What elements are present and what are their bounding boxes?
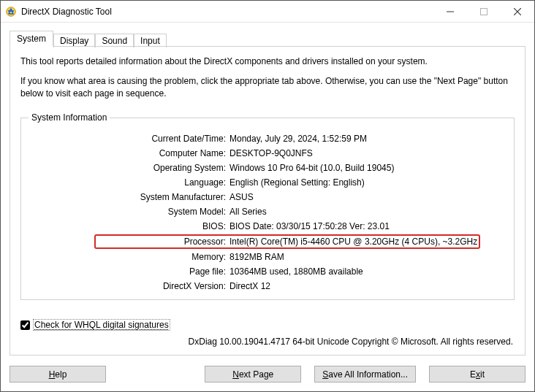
label-memory: Memory: xyxy=(29,252,229,262)
row-manufacturer: System Manufacturer: ASUS xyxy=(29,190,506,204)
intro-text-1: This tool reports detailed information a… xyxy=(20,55,515,68)
next-page-button[interactable]: Next Page xyxy=(205,366,301,383)
client-area: System Display Sound Input This tool rep… xyxy=(1,23,534,391)
tab-system[interactable]: System xyxy=(10,31,53,47)
value-language: English (Regional Setting: English) xyxy=(229,177,506,188)
tab-strip: System Display Sound Input xyxy=(10,30,525,46)
window: DirectX Diagnostic Tool System Display S… xyxy=(0,0,535,392)
row-os: Operating System: Windows 10 Pro 64-bit … xyxy=(29,161,506,175)
value-processor: Intel(R) Core(TM) i5-4460 CPU @ 3.20GHz … xyxy=(229,237,479,247)
value-datetime: Monday, July 29, 2024, 1:52:59 PM xyxy=(229,134,506,144)
value-manufacturer: ASUS xyxy=(229,192,506,202)
window-title: DirectX Diagnostic Tool xyxy=(21,7,112,17)
maximize-button[interactable] xyxy=(467,1,501,23)
label-pagefile: Page file: xyxy=(29,266,229,277)
label-model: System Model: xyxy=(29,207,229,217)
row-datetime: Current Date/Time: Monday, July 29, 2024… xyxy=(29,131,506,146)
row-pagefile: Page file: 10364MB used, 1880MB availabl… xyxy=(29,264,506,279)
exit-button[interactable]: Exit xyxy=(429,366,525,383)
titlebar: DirectX Diagnostic Tool xyxy=(1,1,534,23)
row-memory: Memory: 8192MB RAM xyxy=(29,250,506,264)
app-icon xyxy=(5,6,17,18)
close-button[interactable] xyxy=(501,1,534,23)
label-bios: BIOS: xyxy=(29,221,229,231)
row-bios: BIOS: BIOS Date: 03/30/15 17:50:28 Ver: … xyxy=(29,219,506,234)
value-pagefile: 10364MB used, 1880MB available xyxy=(229,266,506,277)
row-directx: DirectX Version: DirectX 12 xyxy=(29,279,506,293)
svg-rect-1 xyxy=(481,8,487,15)
whql-row: Check for WHQL digital signatures xyxy=(20,319,515,331)
label-directx: DirectX Version: xyxy=(29,281,229,291)
label-datetime: Current Date/Time: xyxy=(29,134,229,144)
whql-checkbox[interactable] xyxy=(20,320,30,330)
system-information-legend: System Information xyxy=(29,112,110,123)
value-memory: 8192MB RAM xyxy=(229,252,506,262)
label-processor: Processor: xyxy=(96,237,229,247)
label-manufacturer: System Manufacturer: xyxy=(29,192,229,202)
value-directx: DirectX 12 xyxy=(229,281,506,291)
label-computer-name: Computer Name: xyxy=(29,148,229,158)
tab-page-system: This tool reports detailed information a… xyxy=(10,46,525,356)
button-row: Help Next Page Save All Information... E… xyxy=(10,366,525,383)
value-os: Windows 10 Pro 64-bit (10.0, Build 19045… xyxy=(229,163,506,173)
value-bios: BIOS Date: 03/30/15 17:50:28 Ver: 23.01 xyxy=(229,221,506,231)
row-computer-name: Computer Name: DESKTOP-9Q0JNFS xyxy=(29,146,506,161)
label-os: Operating System: xyxy=(29,163,229,173)
row-language: Language: English (Regional Setting: Eng… xyxy=(29,175,506,190)
minimize-button[interactable] xyxy=(433,1,467,23)
whql-label[interactable]: Check for WHQL digital signatures xyxy=(33,319,170,331)
copyright-text: DxDiag 10.00.19041.4717 64-bit Unicode C… xyxy=(20,337,515,347)
value-model: All Series xyxy=(229,207,506,217)
help-button[interactable]: Help xyxy=(10,366,106,383)
value-computer-name: DESKTOP-9Q0JNFS xyxy=(229,148,506,158)
intro-text-2: If you know what area is causing the pro… xyxy=(20,75,515,100)
save-all-button[interactable]: Save All Information... xyxy=(314,366,416,383)
label-language: Language: xyxy=(29,177,229,188)
row-model: System Model: All Series xyxy=(29,204,506,219)
system-information-group: System Information Current Date/Time: Mo… xyxy=(20,112,515,300)
row-processor: Processor: Intel(R) Core(TM) i5-4460 CPU… xyxy=(94,234,480,249)
